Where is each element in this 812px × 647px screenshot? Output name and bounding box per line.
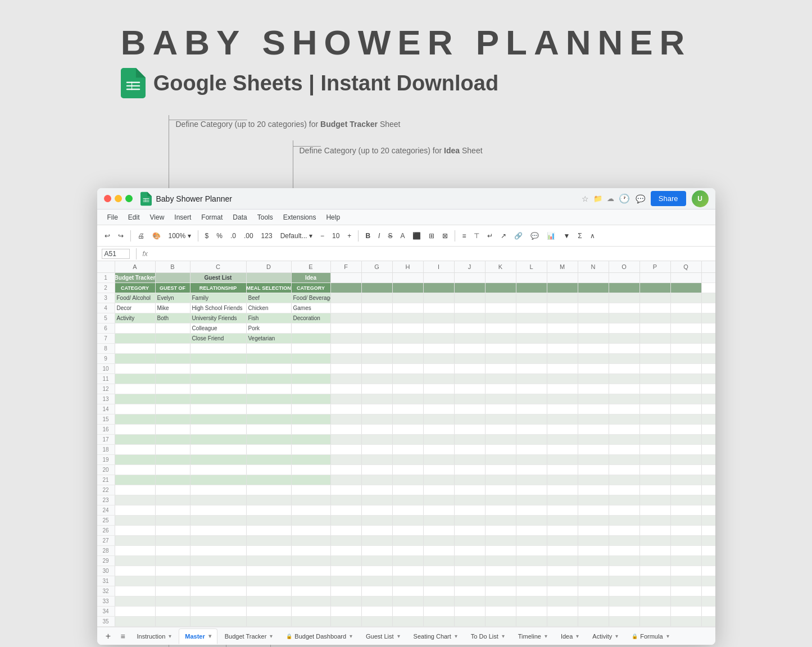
cell-c12[interactable] (190, 384, 247, 394)
cell-i26[interactable] (424, 526, 455, 535)
cell-c29[interactable] (190, 556, 247, 566)
chart-button[interactable]: 📊 (544, 230, 558, 242)
cell-l14[interactable] (516, 404, 547, 414)
cell-j24[interactable] (455, 505, 486, 515)
cell-g7[interactable] (362, 334, 393, 343)
cell-h12[interactable] (393, 384, 424, 394)
cell-g9[interactable] (362, 354, 393, 363)
cell-n22[interactable] (578, 485, 609, 495)
cell-d30[interactable] (247, 566, 292, 576)
cell-h20[interactable] (393, 465, 424, 475)
maximize-button[interactable] (125, 195, 133, 202)
cell-l20[interactable] (516, 465, 547, 475)
cloud-icon[interactable]: ☁ (607, 194, 614, 203)
cell-f2[interactable] (331, 283, 362, 293)
cell-p5[interactable] (640, 313, 671, 323)
col-header-b[interactable]: B (156, 261, 190, 272)
cell-q8[interactable] (671, 344, 702, 353)
cell-l31[interactable] (516, 576, 547, 586)
close-button[interactable] (104, 195, 111, 202)
menu-format[interactable]: Format (197, 212, 227, 223)
cell-i15[interactable] (424, 414, 455, 424)
cell-j17[interactable] (455, 435, 486, 444)
cell-a33[interactable] (115, 596, 156, 606)
cell-d31[interactable] (247, 576, 292, 586)
cell-n12[interactable] (578, 384, 609, 394)
font-size-down[interactable]: − (317, 230, 327, 242)
cell-d15[interactable] (247, 414, 292, 424)
cell-b19[interactable] (156, 455, 190, 464)
cell-h13[interactable] (393, 394, 424, 404)
tab-instruction[interactable]: Instruction ▾ (131, 628, 178, 644)
cell-b1[interactable] (156, 273, 190, 283)
cell-a19[interactable] (115, 455, 156, 464)
cell-k34[interactable] (486, 607, 516, 616)
decimal-down[interactable]: .0 (228, 230, 239, 242)
cell-o8[interactable] (609, 344, 640, 353)
cell-j12[interactable] (455, 384, 486, 394)
cell-m18[interactable] (547, 445, 578, 454)
cell-d16[interactable] (247, 425, 292, 434)
comment-icon[interactable]: 💬 (636, 194, 645, 203)
cell-q33[interactable] (671, 596, 702, 606)
cell-d1[interactable] (247, 273, 292, 283)
cell-q3[interactable] (671, 293, 702, 303)
cell-l12[interactable] (516, 384, 547, 394)
cell-g5[interactable] (362, 313, 393, 323)
cell-f23[interactable] (331, 495, 362, 505)
cell-l26[interactable] (516, 526, 547, 535)
cell-b28[interactable] (156, 546, 190, 555)
cell-j30[interactable] (455, 566, 486, 576)
cell-c2[interactable]: RELATIONSHIP (190, 283, 247, 293)
cell-d25[interactable] (247, 516, 292, 525)
menu-file[interactable]: File (103, 212, 123, 223)
cell-b7[interactable] (156, 334, 190, 343)
cell-p28[interactable] (640, 546, 671, 555)
cell-h18[interactable] (393, 445, 424, 454)
cell-e35[interactable] (292, 617, 331, 626)
cell-p10[interactable] (640, 364, 671, 373)
cell-l34[interactable] (516, 607, 547, 616)
cell-d21[interactable] (247, 475, 292, 485)
cell-p18[interactable] (640, 445, 671, 454)
tab-master[interactable]: Master ▾ (179, 628, 217, 644)
cell-a3[interactable]: Food/ Alcohol (115, 293, 156, 303)
cell-b30[interactable] (156, 566, 190, 576)
cell-b33[interactable] (156, 596, 190, 606)
cell-f21[interactable] (331, 475, 362, 485)
currency-button[interactable]: $ (202, 230, 212, 242)
cell-j21[interactable] (455, 475, 486, 485)
cell-p9[interactable] (640, 354, 671, 363)
cell-e22[interactable] (292, 485, 331, 495)
cell-c11[interactable] (190, 374, 247, 384)
cell-a8[interactable] (115, 344, 156, 353)
cell-o34[interactable] (609, 607, 640, 616)
cell-n17[interactable] (578, 435, 609, 444)
cell-l9[interactable] (516, 354, 547, 363)
cell-l3[interactable] (516, 293, 547, 303)
cell-h22[interactable] (393, 485, 424, 495)
cell-p17[interactable] (640, 435, 671, 444)
cell-n13[interactable] (578, 394, 609, 404)
cell-q32[interactable] (671, 586, 702, 596)
cell-j1[interactable] (455, 273, 486, 283)
cell-n3[interactable] (578, 293, 609, 303)
comment-toolbar-button[interactable]: 💬 (528, 230, 542, 242)
cell-k21[interactable] (486, 475, 516, 485)
cell-m28[interactable] (547, 546, 578, 555)
cell-d8[interactable] (247, 344, 292, 353)
cell-l28[interactable] (516, 546, 547, 555)
cell-p1[interactable] (640, 273, 671, 283)
cell-p16[interactable] (640, 425, 671, 434)
cell-a1[interactable]: Budget Tracker (115, 273, 156, 283)
cell-b3[interactable]: Evelyn (156, 293, 190, 303)
cell-d3[interactable]: Beef (247, 293, 292, 303)
cell-c5[interactable]: University Friends (190, 313, 247, 323)
cell-a10[interactable] (115, 364, 156, 373)
cell-m24[interactable] (547, 505, 578, 515)
cell-l1[interactable] (516, 273, 547, 283)
cell-c4[interactable]: High School Friends (190, 303, 247, 313)
cell-g11[interactable] (362, 374, 393, 384)
cell-q29[interactable] (671, 556, 702, 566)
cell-m26[interactable] (547, 526, 578, 535)
